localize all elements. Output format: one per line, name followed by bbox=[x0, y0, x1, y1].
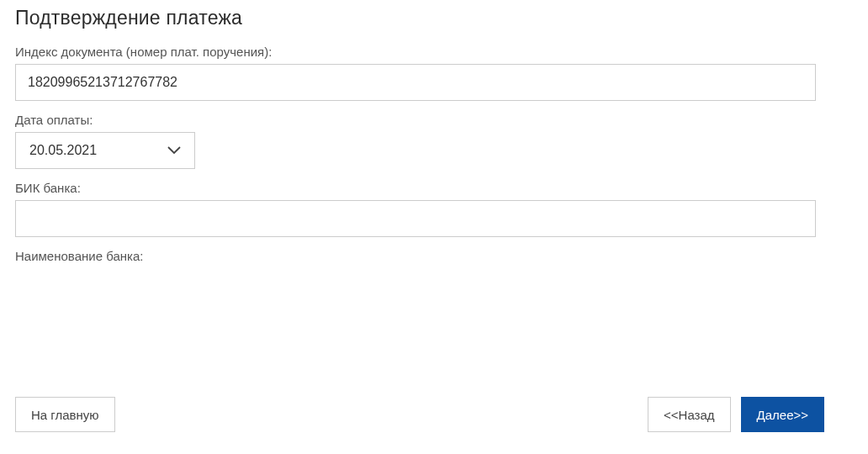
document-index-label: Индекс документа (номер плат. поручения)… bbox=[15, 45, 853, 59]
payment-date-value: 20.05.2021 bbox=[29, 143, 97, 158]
bank-bik-label: БИК банка: bbox=[15, 181, 853, 195]
page-title: Подтверждение платежа bbox=[15, 7, 853, 29]
bank-name-label: Наименование банка: bbox=[15, 249, 853, 263]
field-bank-name: Наименование банка: bbox=[15, 249, 853, 263]
payment-date-select[interactable]: 20.05.2021 bbox=[15, 132, 195, 169]
nav-buttons: <<Назад Далее>> bbox=[648, 397, 824, 432]
field-document-index: Индекс документа (номер плат. поручения)… bbox=[15, 45, 853, 101]
button-row: На главную <<Назад Далее>> bbox=[15, 397, 824, 432]
field-payment-date: Дата оплаты: 20.05.2021 bbox=[15, 113, 853, 169]
back-button[interactable]: <<Назад bbox=[648, 397, 731, 432]
bank-bik-input[interactable] bbox=[15, 200, 816, 237]
home-button[interactable]: На главную bbox=[15, 397, 115, 432]
document-index-input[interactable] bbox=[15, 64, 816, 101]
next-button[interactable]: Далее>> bbox=[741, 397, 824, 432]
field-bank-bik: БИК банка: bbox=[15, 181, 853, 237]
chevron-down-icon bbox=[167, 146, 181, 155]
payment-date-label: Дата оплаты: bbox=[15, 113, 853, 127]
